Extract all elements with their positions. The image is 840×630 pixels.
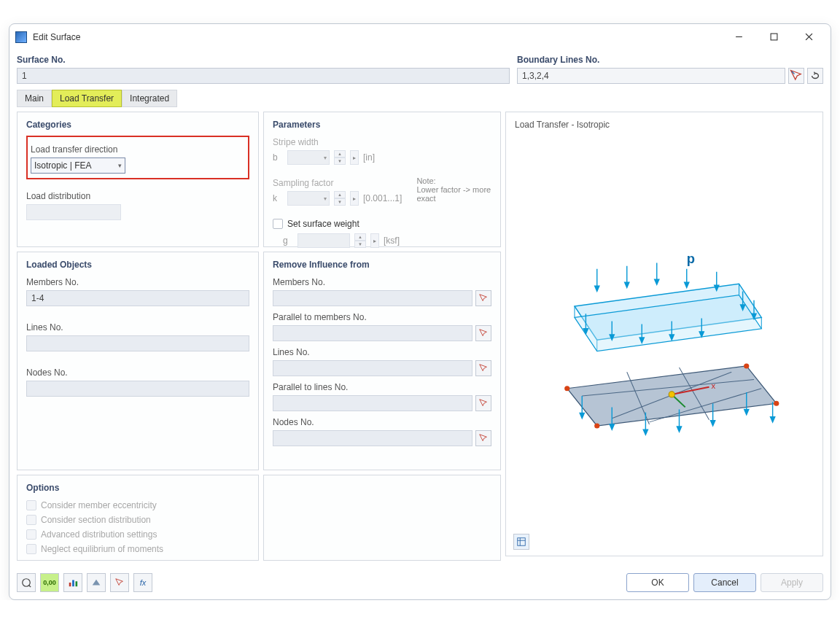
bottom-mesh: x — [564, 363, 779, 435]
empty-panel — [263, 475, 501, 561]
svg-marker-14 — [625, 282, 629, 287]
sampling-label: Sampling factor — [273, 178, 402, 188]
direction-label: Load transfer direction — [31, 144, 245, 155]
tab-load-transfer[interactable]: Load Transfer — [52, 90, 122, 107]
fit-icon[interactable] — [87, 573, 106, 592]
direction-highlight: Load transfer direction Isotropic | FEA … — [26, 136, 249, 179]
svg-point-57 — [774, 401, 779, 406]
weight-spinner[interactable]: ▲▼ — [354, 233, 366, 248]
remove-parallel-lines-input[interactable] — [273, 395, 472, 411]
members-input[interactable] — [26, 290, 249, 306]
remove-nodes-input[interactable] — [273, 430, 472, 446]
svg-marker-12 — [595, 286, 599, 291]
dist-checkbox[interactable] — [26, 515, 36, 525]
chart-icon[interactable] — [63, 573, 82, 592]
ecc-label: Consider member eccentricity — [41, 500, 157, 510]
lines-label: Lines No. — [26, 322, 249, 332]
pick-boundary-icon[interactable] — [788, 68, 804, 84]
weight-unit: [ksf] — [384, 236, 400, 246]
remove-lines-input[interactable] — [273, 360, 472, 376]
dist-label: Consider section distribution — [41, 515, 151, 525]
preview-settings-button[interactable] — [513, 534, 529, 550]
svg-marker-42 — [580, 413, 584, 419]
svg-marker-18 — [685, 282, 689, 287]
fx-icon[interactable]: fx — [133, 573, 152, 592]
remove-members-input[interactable] — [273, 290, 472, 306]
svg-marker-50 — [711, 421, 715, 426]
svg-rect-69 — [72, 580, 74, 587]
loop-boundary-icon[interactable] — [807, 68, 823, 84]
boundary-lines-input[interactable] — [517, 68, 785, 84]
sampling-unit: [0.001...1] — [363, 193, 402, 203]
pick-parallel-lines-icon[interactable] — [475, 395, 491, 411]
sampling-spinner[interactable]: ▲▼ — [334, 191, 346, 206]
loaded-title: Loaded Objects — [26, 260, 249, 270]
units-icon[interactable]: 0,00 — [40, 573, 59, 592]
ecc-checkbox[interactable] — [26, 500, 36, 510]
neg-label: Neglect equilibrium of moments — [41, 544, 163, 554]
svg-marker-54 — [771, 417, 775, 422]
remove-parallel-members-input[interactable] — [273, 325, 472, 341]
svg-rect-1 — [771, 34, 777, 40]
cursor-icon[interactable] — [110, 573, 129, 592]
direction-select[interactable]: Isotropic | FEA ▾ — [31, 158, 125, 174]
svg-marker-16 — [655, 279, 659, 284]
weight-input[interactable] — [298, 233, 350, 248]
top-load-plate — [575, 263, 761, 351]
bottom-bar: 0,00 fx OK Cancel Apply — [9, 565, 831, 599]
stripe-arrow-icon[interactable]: ▸ — [350, 150, 359, 165]
remove-parallel-lines-label: Parallel to lines No. — [273, 382, 491, 392]
sampling-sym: k — [273, 193, 283, 203]
nodes-label: Nodes No. — [26, 368, 249, 378]
pick-members-icon[interactable] — [475, 290, 491, 306]
close-button[interactable] — [796, 27, 822, 47]
stripe-label: Stripe width — [273, 137, 491, 147]
pick-lines-icon[interactable] — [475, 360, 491, 376]
tab-integrated[interactable]: Integrated — [122, 90, 177, 107]
surface-no-input[interactable] — [17, 68, 510, 84]
app-icon — [15, 31, 27, 43]
svg-rect-68 — [69, 583, 71, 586]
weight-arrow-icon[interactable]: ▸ — [370, 233, 379, 248]
neg-checkbox[interactable] — [26, 544, 36, 554]
options-title: Options — [26, 483, 249, 493]
categories-panel: Categories Load transfer direction Isotr… — [17, 112, 259, 247]
set-weight-label: Set surface weight — [287, 219, 359, 229]
cancel-button[interactable]: Cancel — [693, 573, 756, 592]
tab-bar: Main Load Transfer Integrated — [9, 84, 831, 107]
set-weight-checkbox[interactable] — [273, 219, 283, 229]
stripe-unit: [in] — [363, 152, 375, 163]
sampling-arrow-icon[interactable]: ▸ — [350, 191, 359, 206]
svg-rect-63 — [518, 538, 526, 546]
remove-title: Remove Influence from — [273, 260, 491, 270]
remove-members-label: Members No. — [273, 277, 491, 287]
lines-input[interactable] — [26, 335, 249, 351]
sampling-input[interactable]: ▾ — [287, 191, 330, 206]
svg-marker-48 — [677, 427, 681, 432]
svg-rect-70 — [76, 581, 78, 586]
tab-main[interactable]: Main — [17, 90, 52, 107]
help-icon[interactable] — [17, 573, 36, 592]
maximize-button[interactable] — [761, 27, 787, 47]
distribution-label: Load distribution — [26, 191, 249, 201]
loaded-objects-panel: Loaded Objects Members No. Lines No. Nod… — [17, 252, 259, 470]
parameters-panel: Parameters Stripe width b ▾ ▲▼ ▸ [in] Sa… — [263, 112, 501, 247]
chevron-down-icon: ▾ — [118, 162, 122, 169]
svg-marker-44 — [610, 424, 614, 429]
remove-influence-panel: Remove Influence from Members No. Parall… — [263, 252, 501, 470]
pick-nodes-icon[interactable] — [475, 430, 491, 446]
svg-point-56 — [744, 363, 749, 368]
note-1: Note: — [416, 176, 491, 185]
minimize-button[interactable] — [726, 27, 752, 47]
ok-button[interactable]: OK — [626, 573, 689, 592]
svg-point-62 — [669, 392, 674, 397]
direction-value: Isotropic | FEA — [34, 160, 91, 171]
nodes-input[interactable] — [26, 381, 249, 397]
stripe-spinner[interactable]: ▲▼ — [334, 150, 346, 165]
stripe-input[interactable]: ▾ — [287, 150, 330, 165]
boundary-lines-label: Boundary Lines No. — [517, 55, 823, 65]
members-label: Members No. — [26, 277, 249, 287]
adv-checkbox[interactable] — [26, 529, 36, 540]
distribution-input[interactable] — [26, 204, 121, 220]
pick-parallel-members-icon[interactable] — [475, 325, 491, 341]
